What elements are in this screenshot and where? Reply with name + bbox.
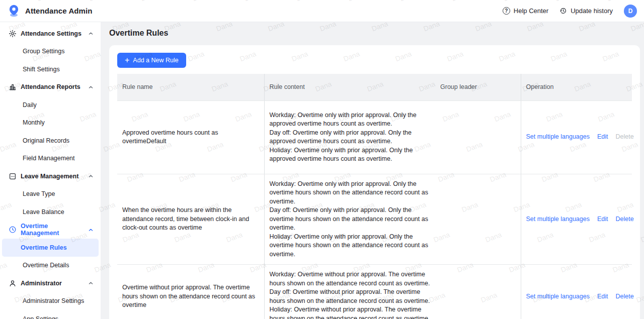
app-logo-pin-icon xyxy=(7,4,21,18)
sidebar-section-leave-management[interactable]: Leave Management xyxy=(0,167,101,185)
sidebar-item-monthly[interactable]: Monthly xyxy=(2,114,99,132)
rule-content-line: Workday: Overtime only with prior approv… xyxy=(270,111,431,129)
chevron-up-icon[interactable] xyxy=(88,280,94,286)
sidebar-section-attendance-settings[interactable]: Attendance Settings xyxy=(0,25,101,43)
top-header: Attendance Admin ? Help Center Update hi… xyxy=(0,0,644,22)
overtime-rules-table: Rule nameRule contentGroup leaderOperati… xyxy=(117,74,632,319)
sidebar-item-field-management[interactable]: Field Management xyxy=(2,150,99,168)
operation-cell: Set multiple languagesEditDelete xyxy=(521,174,632,265)
question-circle-icon: ? xyxy=(503,7,510,15)
rule-content-line: Workday: Overtime without prior approval… xyxy=(270,270,431,288)
sidebar-section-label: Attendance Reports xyxy=(21,83,88,90)
column-header-rule-content: Rule content xyxy=(264,74,435,100)
operation-cell: Set multiple languagesEditDelete xyxy=(521,100,632,174)
page-title: Overtime Rules xyxy=(109,29,640,38)
table-row: When the overtime hours are within the a… xyxy=(117,174,632,265)
sidebar-section-overtime-management[interactable]: Overtime Management xyxy=(0,221,101,239)
group-leader-cell xyxy=(435,265,521,319)
set-multiple-languages-link[interactable]: Set multiple languages xyxy=(526,292,590,301)
set-multiple-languages-link[interactable]: Set multiple languages xyxy=(526,133,590,142)
sidebar-item-administrator-settings[interactable]: Administrator Settings xyxy=(2,292,99,310)
sidebar-item-shift-settings[interactable]: Shift Settings xyxy=(2,60,99,78)
sidebar-item-app-settings[interactable]: App Settings xyxy=(2,310,99,319)
calendar-icon xyxy=(9,172,17,180)
bar-chart-icon xyxy=(9,83,17,91)
table-header-row: Rule nameRule contentGroup leaderOperati… xyxy=(117,74,632,100)
sidebar-item-original-records[interactable]: Original Records xyxy=(2,132,99,150)
sidebar-item-group-settings[interactable]: Group Settings xyxy=(2,43,99,61)
table-row: Overtime without prior approval. The ove… xyxy=(117,265,632,319)
rule-content-line: Holiday: Overtime only with prior approv… xyxy=(270,233,431,259)
sidebar-section-administrator[interactable]: Administrator xyxy=(0,274,101,292)
history-clock-icon xyxy=(559,7,567,15)
rule-name-cell: Approved overtime hours count as overtim… xyxy=(117,100,264,174)
overtime-rules-card: + Add a New Rule Rule nameRule contentGr… xyxy=(109,45,640,319)
column-header-group-leader: Group leader xyxy=(435,74,521,100)
rule-name-cell: When the overtime hours are within the a… xyxy=(117,174,264,265)
sidebar-item-leave-type[interactable]: Leave Type xyxy=(2,185,99,203)
group-leader-cell xyxy=(435,174,521,265)
rule-content-cell: Workday: Overtime only with prior approv… xyxy=(264,174,435,265)
delete-link[interactable]: Delete xyxy=(616,292,634,301)
rule-content-line: Day off: Overtime without prior approval… xyxy=(270,288,431,305)
sidebar-nav: Attendance SettingsGroup SettingsShift S… xyxy=(0,22,101,319)
chevron-up-icon[interactable] xyxy=(88,173,94,179)
attendance-admin-app: Attendance Admin ? Help Center Update hi… xyxy=(0,0,644,319)
sidebar-section-label: Overtime Management xyxy=(21,223,88,237)
group-leader-cell xyxy=(435,100,521,174)
app-title: Attendance Admin xyxy=(25,7,93,15)
sidebar-item-daily[interactable]: Daily xyxy=(2,96,99,114)
rule-content-line: Day off: Overtime only with prior approv… xyxy=(270,206,431,233)
sidebar-item-overtime-details[interactable]: Overtime Details xyxy=(2,257,99,275)
sidebar-section-label: Leave Management xyxy=(21,173,88,180)
help-center-link[interactable]: ? Help Center xyxy=(503,7,548,15)
sidebar-item-leave-balance[interactable]: Leave Balance xyxy=(2,203,99,221)
rule-content-cell: Workday: Overtime only with prior approv… xyxy=(264,100,435,174)
chevron-up-icon[interactable] xyxy=(88,31,94,36)
column-header-operation: Operation xyxy=(521,74,632,100)
chevron-up-icon[interactable] xyxy=(88,227,94,233)
sidebar-section-label: Attendance Settings xyxy=(21,30,88,37)
rule-content-line: Day off: Overtime only with prior approv… xyxy=(270,129,431,146)
rule-content-cell: Workday: Overtime without prior approval… xyxy=(264,265,435,319)
update-history-link[interactable]: Update history xyxy=(559,7,613,15)
operation-cell: Set multiple languagesEditDelete xyxy=(521,265,632,319)
chevron-up-icon[interactable] xyxy=(88,84,94,90)
delete-link[interactable]: Delete xyxy=(616,215,634,224)
plus-icon: + xyxy=(125,56,129,64)
column-header-rule-name: Rule name xyxy=(117,74,264,100)
sidebar-item-overtime-rules[interactable]: Overtime Rules xyxy=(2,239,99,257)
table-row: Approved overtime hours count as overtim… xyxy=(117,100,632,174)
rule-content-line: Holiday: Overtime without prior approval… xyxy=(270,305,431,319)
gear-icon xyxy=(9,30,17,38)
rule-content-line: Workday: Overtime only with prior approv… xyxy=(270,180,431,206)
rule-name-cell: Overtime without prior approval. The ove… xyxy=(117,265,264,319)
user-avatar[interactable]: D xyxy=(624,5,637,18)
user-icon xyxy=(9,279,17,287)
rule-content-line: Holiday: Overtime only with prior approv… xyxy=(270,146,431,164)
sidebar-section-label: Administrator xyxy=(21,280,88,287)
delete-link: Delete xyxy=(616,133,634,142)
clock-icon xyxy=(9,226,17,234)
sidebar-section-attendance-reports[interactable]: Attendance Reports xyxy=(0,78,101,96)
main-content: Overtime Rules + Add a New Rule Rule nam… xyxy=(101,22,644,319)
edit-link[interactable]: Edit xyxy=(597,292,608,301)
edit-link[interactable]: Edit xyxy=(597,215,608,224)
set-multiple-languages-link[interactable]: Set multiple languages xyxy=(526,215,590,224)
add-new-rule-button[interactable]: + Add a New Rule xyxy=(117,53,186,68)
edit-link[interactable]: Edit xyxy=(597,133,608,142)
